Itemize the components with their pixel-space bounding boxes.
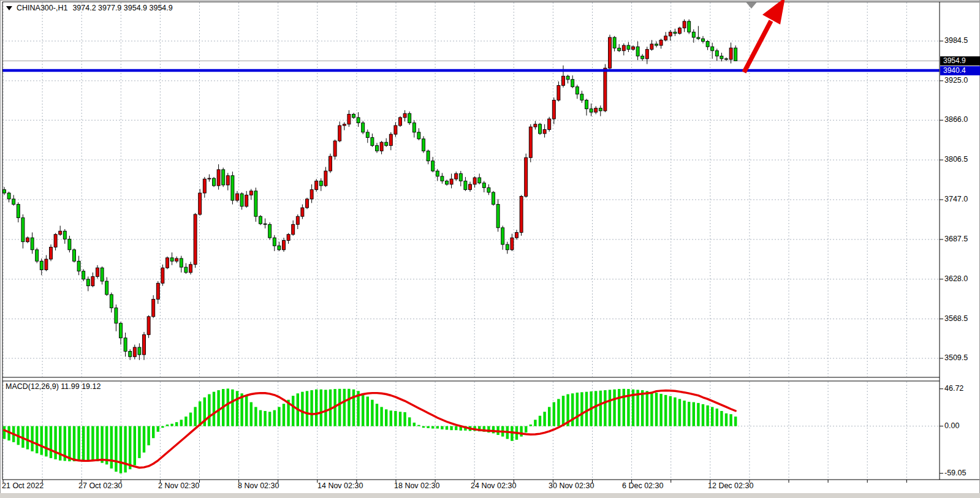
candle-down <box>259 216 262 224</box>
candle-up <box>236 194 239 200</box>
time-axis-label: 21 Oct 2022 <box>2 481 44 490</box>
macd-histogram-bar <box>96 426 99 461</box>
candle-down <box>575 87 579 94</box>
macd-histogram-bar <box>534 420 536 426</box>
candle-up <box>249 191 253 195</box>
candle-down <box>40 261 43 270</box>
candle-down <box>180 258 183 267</box>
candle-up <box>450 179 453 184</box>
candle-down <box>590 109 593 112</box>
candle-down <box>63 231 66 239</box>
candle-down <box>417 132 420 139</box>
macd-histogram-bar <box>217 390 219 426</box>
macd-histogram-bar <box>147 426 150 445</box>
macd-histogram-bar <box>77 426 80 461</box>
macd-histogram-bar <box>380 407 382 426</box>
candle-down <box>231 176 234 200</box>
candle-up <box>147 317 150 334</box>
macd-histogram-bar <box>82 426 85 460</box>
macd-histogram-bar <box>557 399 560 426</box>
macd-histogram-bar <box>124 426 126 473</box>
candle-up <box>525 157 528 196</box>
macd-histogram-bar <box>729 414 732 426</box>
candle-down <box>17 205 20 218</box>
macd-histogram-bar <box>706 406 708 426</box>
macd-histogram-bar <box>170 424 173 426</box>
macd-histogram-bar <box>40 426 43 455</box>
candle-down <box>412 123 416 132</box>
candle-up <box>343 124 346 126</box>
price-axis-label: 3568.5 <box>944 314 968 323</box>
macd-histogram-bar <box>408 417 411 426</box>
triangle-marker-icon[interactable] <box>746 2 757 9</box>
candle-up <box>557 86 560 100</box>
candle-up <box>315 181 318 189</box>
candle-down <box>273 238 276 246</box>
macd-histogram-bar <box>278 407 280 426</box>
window-border <box>1 1 980 498</box>
macd-histogram-bar <box>530 424 532 426</box>
candle-up <box>26 238 29 242</box>
macd-histogram-bar <box>184 417 187 426</box>
macd-histogram-bar <box>585 392 588 426</box>
macd-histogram-bar <box>604 390 606 426</box>
candle-down <box>101 268 104 281</box>
candle-up <box>333 141 336 156</box>
candle-up <box>669 32 672 36</box>
macd-histogram-bar <box>213 392 215 426</box>
symbol-dropdown-icon[interactable] <box>6 6 12 10</box>
macd-histogram-bar <box>650 392 653 426</box>
macd-histogram-bar <box>348 389 350 426</box>
macd-histogram-bar <box>227 388 229 426</box>
candle-down <box>371 138 374 146</box>
trend-arrow-head[interactable] <box>762 0 785 25</box>
macd-histogram-bar <box>431 426 434 429</box>
macd-histogram-bar <box>231 390 234 426</box>
candle-up <box>604 68 607 111</box>
time-axis-label: 8 Nov 02:30 <box>238 481 279 490</box>
chart-canvas[interactable] <box>0 0 980 498</box>
candle-down <box>496 205 499 228</box>
candle-down <box>138 347 141 355</box>
macd-histogram-bar <box>580 392 583 426</box>
candle-up <box>194 214 197 265</box>
macd-histogram-bar <box>352 390 355 426</box>
macd-histogram-bar <box>436 426 439 429</box>
macd-histogram-bar <box>189 413 192 426</box>
macd-histogram-bar <box>264 411 266 426</box>
candle-down <box>264 224 267 224</box>
macd-histogram-bar <box>376 404 378 426</box>
candle-up <box>473 178 476 184</box>
candle-down <box>124 338 127 352</box>
candle-up <box>166 258 169 268</box>
candle-down <box>77 261 80 271</box>
macd-histogram-bar <box>562 396 564 426</box>
candle-up <box>329 156 332 171</box>
candle-down <box>464 181 467 189</box>
macd-histogram-bar <box>427 426 429 428</box>
candle-down <box>129 352 132 357</box>
macd-histogram-bar <box>450 426 452 431</box>
macd-histogram-bar <box>571 393 574 426</box>
candle-up <box>208 178 211 179</box>
macd-histogram-bar <box>594 391 597 426</box>
candle-down <box>711 47 714 51</box>
price-axis-label: 3866.0 <box>944 115 968 124</box>
price-axis-label: 3747.0 <box>944 195 968 203</box>
macd-histogram-bar <box>236 391 238 426</box>
macd-histogram-bar <box>68 426 70 461</box>
window-bottom-edge <box>0 493 980 498</box>
candle-up <box>301 208 304 216</box>
candle-down <box>482 183 485 188</box>
macd-histogram-bar <box>394 411 397 426</box>
panel-borders <box>1 1 980 498</box>
macd-histogram-bar <box>31 426 33 451</box>
candle-down <box>641 56 644 59</box>
time-axis-label: 18 Nov 02:30 <box>394 481 439 490</box>
macd-histogram-bar <box>310 390 313 426</box>
price-axis-label: 3628.0 <box>944 274 968 283</box>
trend-arrow-shaft <box>744 21 771 72</box>
candle-down <box>68 239 71 249</box>
candle-down <box>715 51 718 56</box>
macd-axis-label: 0.00 <box>944 421 959 430</box>
